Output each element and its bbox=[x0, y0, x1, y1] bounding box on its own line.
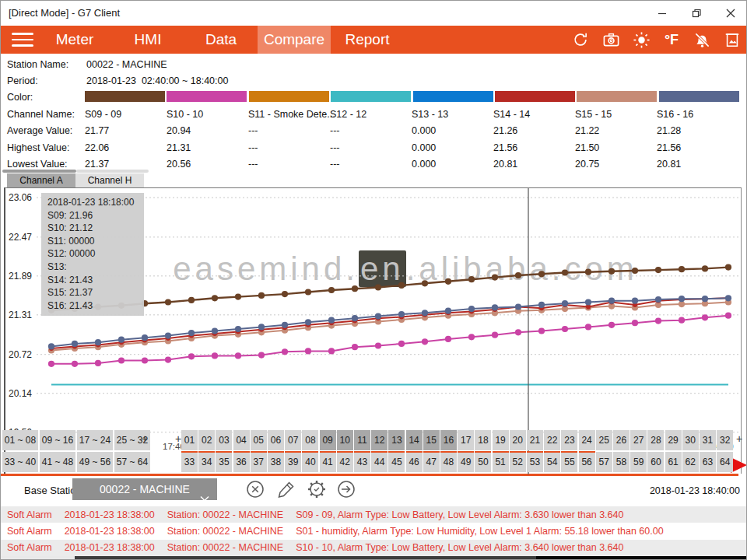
zoom-plus-button[interactable]: + bbox=[175, 432, 181, 445]
channel-box-03[interactable]: 03 bbox=[216, 430, 232, 450]
tab-channel-h[interactable]: Channel H bbox=[75, 173, 144, 187]
channel-box-14[interactable]: 14 bbox=[406, 430, 423, 450]
channel-box-40[interactable]: 40 bbox=[302, 452, 318, 472]
fahrenheit-icon[interactable]: °F bbox=[662, 30, 681, 49]
channel-box-53[interactable]: 53 bbox=[527, 452, 543, 472]
channel-box-52[interactable]: 52 bbox=[510, 452, 526, 472]
export-icon[interactable] bbox=[336, 479, 356, 499]
channel-box-16[interactable]: 16 bbox=[440, 430, 457, 450]
channel-box-33[interactable]: 33 bbox=[181, 452, 198, 472]
channel-box-51[interactable]: 51 bbox=[493, 452, 509, 472]
channel-group-box[interactable]: 33 ~ 40 bbox=[2, 452, 38, 472]
channel-color-swatch bbox=[249, 91, 329, 102]
channel-box-10[interactable]: 10 bbox=[337, 430, 353, 450]
minimize-button[interactable] bbox=[645, 1, 679, 26]
channel-group-box[interactable]: 09 ~ 16 bbox=[40, 430, 75, 450]
nav-item-hmi[interactable]: HMI bbox=[111, 26, 184, 54]
channel-box-21[interactable]: 21 bbox=[527, 430, 543, 450]
channel-box-57[interactable]: 57 bbox=[596, 452, 612, 472]
settings-icon[interactable] bbox=[307, 479, 327, 499]
channel-box-30[interactable]: 30 bbox=[682, 430, 699, 450]
y-tick-label: 23.06 bbox=[7, 192, 32, 203]
channel-box-01[interactable]: 01 bbox=[181, 430, 198, 450]
channel-box-44[interactable]: 44 bbox=[371, 452, 388, 472]
channel-box-47[interactable]: 47 bbox=[423, 452, 440, 472]
maximize-button[interactable] bbox=[679, 1, 714, 26]
alarm-mute-icon[interactable] bbox=[693, 30, 711, 49]
channel-box-38[interactable]: 38 bbox=[268, 452, 284, 472]
channel-box-62[interactable]: 62 bbox=[682, 452, 699, 472]
channel-box-42[interactable]: 42 bbox=[337, 452, 353, 472]
channel-group-box[interactable]: 17 ~ 24 bbox=[77, 430, 113, 450]
channel-box-28[interactable]: 28 bbox=[647, 430, 664, 450]
channel-box-41[interactable]: 41 bbox=[320, 452, 336, 472]
channel-box-15[interactable]: 15 bbox=[423, 430, 440, 450]
table-scrollbar-thumb[interactable] bbox=[2, 170, 76, 173]
channel-box-19[interactable]: 19 bbox=[493, 430, 509, 450]
channel-box-39[interactable]: 39 bbox=[285, 452, 301, 472]
channel-box-06[interactable]: 06 bbox=[268, 430, 284, 450]
channel-box-50[interactable]: 50 bbox=[475, 452, 491, 472]
zoom-plus-button[interactable]: + bbox=[142, 432, 148, 445]
channel-box-11[interactable]: 11 bbox=[354, 430, 370, 450]
channel-group-box[interactable]: 49 ~ 56 bbox=[77, 452, 113, 472]
nav-item-meter[interactable]: Meter bbox=[38, 26, 111, 54]
channel-group-box[interactable]: 57 ~ 64 bbox=[114, 452, 150, 472]
channel-box-27[interactable]: 27 bbox=[630, 430, 647, 450]
edit-icon[interactable] bbox=[276, 479, 296, 499]
channel-box-61[interactable]: 61 bbox=[665, 452, 682, 472]
tab-channel-a[interactable]: Channel A bbox=[7, 173, 75, 187]
clear-icon[interactable] bbox=[245, 479, 265, 499]
menu-icon[interactable] bbox=[12, 33, 33, 47]
channel-box-45[interactable]: 45 bbox=[388, 452, 405, 472]
brightness-icon[interactable] bbox=[632, 30, 651, 49]
channel-box-55[interactable]: 55 bbox=[561, 452, 577, 472]
channel-box-60[interactable]: 60 bbox=[647, 452, 664, 472]
channel-box-48[interactable]: 48 bbox=[440, 452, 457, 472]
channel-group-box[interactable]: 01 ~ 08 bbox=[2, 430, 38, 450]
channel-box-35[interactable]: 35 bbox=[216, 452, 232, 472]
channel-box-58[interactable]: 58 bbox=[613, 452, 630, 472]
channel-box-09[interactable]: 09 bbox=[320, 430, 336, 450]
channel-box-18[interactable]: 18 bbox=[475, 430, 491, 450]
table-scrollbar-track[interactable] bbox=[76, 170, 149, 173]
channel-box-56[interactable]: 56 bbox=[579, 452, 595, 472]
close-button[interactable] bbox=[714, 1, 747, 26]
channel-box-24[interactable]: 24 bbox=[579, 430, 595, 450]
channel-box-37[interactable]: 37 bbox=[251, 452, 267, 472]
channel-box-34[interactable]: 34 bbox=[198, 452, 215, 472]
sync-icon[interactable] bbox=[571, 30, 590, 49]
nav-item-report[interactable]: Report bbox=[331, 26, 404, 54]
channel-box-46[interactable]: 46 bbox=[406, 452, 423, 472]
channel-box-23[interactable]: 23 bbox=[561, 430, 577, 450]
channel-box-20[interactable]: 20 bbox=[510, 430, 526, 450]
zoom-plus-button[interactable]: + bbox=[736, 432, 742, 445]
channel-box-12[interactable]: 12 bbox=[371, 430, 388, 450]
channel-box-07[interactable]: 07 bbox=[285, 430, 301, 450]
base-station-dropdown[interactable]: 00022 - MACHINE bbox=[72, 478, 217, 500]
channel-box-05[interactable]: 05 bbox=[251, 430, 267, 450]
channel-box-26[interactable]: 26 bbox=[613, 430, 630, 450]
camera-icon[interactable] bbox=[601, 30, 620, 49]
channel-box-17[interactable]: 17 bbox=[458, 430, 474, 450]
channel-box-54[interactable]: 54 bbox=[544, 452, 560, 472]
channel-box-49[interactable]: 49 bbox=[458, 452, 474, 472]
channel-group-box[interactable]: 41 ~ 48 bbox=[40, 452, 75, 472]
channel-box-29[interactable]: 29 bbox=[665, 430, 682, 450]
channel-box-43[interactable]: 43 bbox=[354, 452, 370, 472]
nav-item-compare[interactable]: Compare bbox=[258, 26, 331, 54]
channel-box-31[interactable]: 31 bbox=[700, 430, 716, 450]
channel-box-22[interactable]: 22 bbox=[544, 430, 560, 450]
channel-box-59[interactable]: 59 bbox=[630, 452, 647, 472]
channel-box-36[interactable]: 36 bbox=[233, 452, 250, 472]
snapshot-icon[interactable] bbox=[723, 30, 742, 49]
channel-box-63[interactable]: 63 bbox=[700, 452, 716, 472]
nav-item-data[interactable]: Data bbox=[184, 26, 258, 54]
channel-box-04[interactable]: 04 bbox=[233, 430, 250, 450]
channel-box-64[interactable]: 64 bbox=[717, 452, 733, 472]
channel-box-13[interactable]: 13 bbox=[388, 430, 405, 450]
channel-box-32[interactable]: 32 bbox=[717, 430, 733, 450]
channel-box-02[interactable]: 02 bbox=[198, 430, 215, 450]
channel-box-08[interactable]: 08 bbox=[302, 430, 318, 450]
channel-box-25[interactable]: 25 bbox=[596, 430, 612, 450]
